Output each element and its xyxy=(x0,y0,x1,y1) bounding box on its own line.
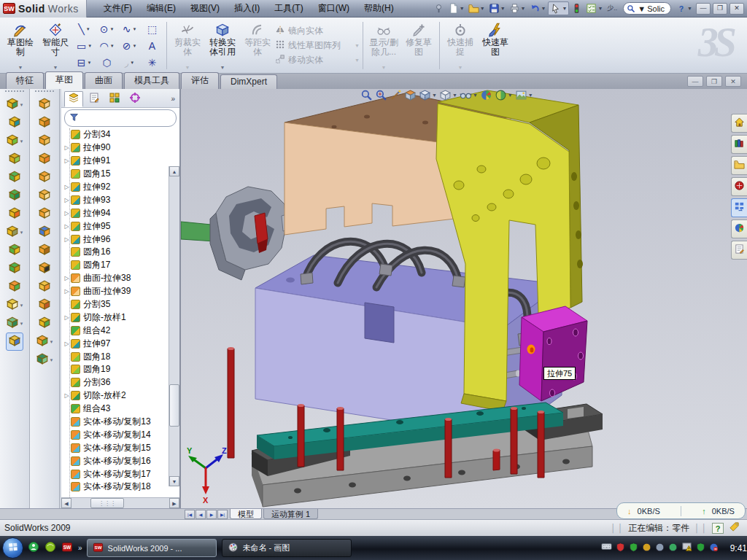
planar-surface-button[interactable] xyxy=(38,205,51,223)
trim-entities-button[interactable]: 剪裁实体▼ xyxy=(170,20,205,71)
tree-item-曲面-拉伸38[interactable]: ▷曲面-拉伸38 xyxy=(63,272,179,285)
sketch-arc-button[interactable]: ◠▼ xyxy=(96,37,118,54)
trim-surface-button[interactable]: ▼ xyxy=(36,332,54,351)
move-copy-body-button[interactable] xyxy=(8,278,21,296)
model-insert-hole-2[interactable] xyxy=(578,352,584,359)
sketch-ellipse-button[interactable]: ⊘▼ xyxy=(118,37,141,54)
expand-arrow[interactable]: ▷ xyxy=(63,223,71,230)
model-eject-hole-1[interactable] xyxy=(323,428,330,432)
model-gate-hole-3[interactable] xyxy=(503,190,514,198)
model-gate-side-hole-2[interactable] xyxy=(573,201,579,210)
wrap-button[interactable] xyxy=(8,205,21,223)
view-orientation-button[interactable]: ▼ xyxy=(419,89,437,101)
tree-item-圆角17[interactable]: 圆角17 xyxy=(63,259,179,272)
menu-item-2[interactable]: 视图(V) xyxy=(184,0,226,17)
scroll-down-button[interactable]: ▼ xyxy=(169,476,179,486)
view-palette-tab[interactable] xyxy=(731,198,747,217)
smart-dimension-button[interactable]: 智能尺寸▼ xyxy=(38,20,73,71)
expand-arrow[interactable]: ▷ xyxy=(63,341,71,347)
search-box[interactable]: ▼Solic xyxy=(623,2,671,15)
model-eject-hole-2[interactable] xyxy=(396,420,403,424)
select-button[interactable]: ▼ xyxy=(548,1,569,15)
undo-button[interactable]: ▼ xyxy=(528,2,548,15)
tree-item-拉伸90[interactable]: ▷拉伸90 xyxy=(63,141,179,155)
tray-network-warning[interactable] xyxy=(681,541,692,555)
knit-surface-button[interactable] xyxy=(38,296,51,314)
print-button[interactable]: ▼ xyxy=(508,2,527,15)
lofted-boss-button[interactable] xyxy=(8,150,21,168)
model-hose-fitting-3[interactable] xyxy=(452,276,465,287)
model-pin-3[interactable] xyxy=(337,408,344,470)
taskbar-button-SolidWorks 2009 - ...[interactable]: SWSolidWorks 2009 - ... xyxy=(87,539,217,557)
sheet-nav-3[interactable]: ▶| xyxy=(217,510,228,519)
tag-icon[interactable] xyxy=(729,521,740,534)
tab-曲面[interactable]: 曲面 xyxy=(85,72,123,89)
replace-face-button[interactable] xyxy=(38,278,51,296)
sketch-point-button[interactable]: ✳ xyxy=(141,54,163,71)
extruded-boss-button[interactable]: ▼ xyxy=(6,96,24,114)
model-hose-fitting-1[interactable] xyxy=(301,273,313,284)
quick-tips-icon[interactable]: ? xyxy=(712,523,724,534)
doc-close-button[interactable]: ✕ xyxy=(725,76,741,87)
offset-entities-button[interactable]: 等距实体 xyxy=(240,20,275,71)
tray-antivirus-green[interactable] xyxy=(629,542,638,555)
minimize-window-button[interactable]: — xyxy=(696,3,711,15)
expand-arrow[interactable]: ▷ xyxy=(63,197,71,203)
model-hose-fitting-2[interactable] xyxy=(379,264,392,276)
taskbar-button-未命名 - 画图[interactable]: 未命名 - 画图 xyxy=(222,539,352,557)
model-top-plate-hole-2[interactable] xyxy=(422,121,428,125)
model-gate-side-hole-1[interactable] xyxy=(571,172,577,181)
file-explorer-tab[interactable] xyxy=(731,156,747,175)
model-top-plate-hole-1[interactable] xyxy=(364,115,370,119)
model-gate-hole-2[interactable] xyxy=(520,174,532,184)
model-gate-hole-5[interactable] xyxy=(472,215,479,222)
tree-item-实体-移动/复制16[interactable]: 实体-移动/复制16 xyxy=(63,454,179,467)
tray-health-shield[interactable] xyxy=(696,542,705,555)
scroll-left-button[interactable]: ◀ xyxy=(61,498,71,508)
revolved-surface-button[interactable] xyxy=(38,114,51,132)
tree-item-圆角19[interactable]: 圆角19 xyxy=(63,363,179,376)
sketch-selection-box-button[interactable]: ⬚ xyxy=(141,20,163,37)
rebuild-button[interactable] xyxy=(570,2,584,15)
model-pin-6-cap[interactable] xyxy=(538,411,544,413)
sheet-nav-2[interactable]: ▶ xyxy=(206,510,217,519)
model-pin-6[interactable] xyxy=(538,412,544,478)
delete-face-button[interactable] xyxy=(38,260,51,278)
linear-sketch-pattern-button[interactable]: 线性草图阵列▼ xyxy=(275,39,360,52)
model-insert-hole-4[interactable] xyxy=(550,389,555,397)
tree-item-组合43[interactable]: 组合43 xyxy=(63,402,179,416)
tray-sync-green[interactable] xyxy=(668,542,678,555)
model-insert-right[interactable] xyxy=(541,321,587,401)
pin-button[interactable] xyxy=(432,2,446,15)
menu-item-1[interactable]: 编辑(E) xyxy=(140,0,182,17)
tree-item-曲面-拉伸39[interactable]: ▷曲面-拉伸39 xyxy=(63,285,179,298)
tray-safety-blue[interactable] xyxy=(709,542,719,555)
filled-surface-button[interactable] xyxy=(38,168,51,187)
solidworks-launcher-quicklaunch[interactable]: SW xyxy=(61,541,73,556)
model-gate-hole-6[interactable] xyxy=(454,181,464,190)
swept-surface-button[interactable] xyxy=(38,96,51,114)
previous-view-button[interactable] xyxy=(390,89,402,101)
tab-模具工具[interactable]: 模具工具 xyxy=(124,72,179,89)
expand-arrow[interactable]: ▷ xyxy=(63,314,71,321)
swept-cut-button[interactable] xyxy=(8,187,21,205)
tree-item-拉伸92[interactable]: ▷拉伸92 xyxy=(63,181,179,194)
expand-arrow[interactable]: ▷ xyxy=(63,236,71,243)
sketch-slot-button[interactable]: ⊟▼ xyxy=(73,54,96,71)
doc-tab-模型[interactable]: 模型 xyxy=(230,509,262,519)
design-library-tab[interactable] xyxy=(731,135,747,154)
tree-item-分割34[interactable]: 分割34 xyxy=(63,128,179,141)
hscroll-thumb[interactable]: ⋮⋮⋮ xyxy=(90,498,124,508)
tray-antivirus-red[interactable] xyxy=(616,542,625,555)
panel-tab-configurationmanager[interactable] xyxy=(105,91,124,107)
doc-tab-运动算例 1[interactable]: 运动算例 1 xyxy=(263,509,318,519)
save-button[interactable]: ▼ xyxy=(487,2,507,15)
sheet-nav-1[interactable]: ◀ xyxy=(196,510,206,519)
freeform-button[interactable] xyxy=(38,187,51,205)
new-file-button[interactable]: ▼ xyxy=(446,2,466,15)
hide-show-items-button[interactable]: ▼ xyxy=(460,89,478,101)
expand-arrow[interactable]: ▷ xyxy=(63,184,71,190)
sketch-spline-button[interactable]: ∿▼ xyxy=(118,20,141,37)
menu-item-4[interactable]: 工具(T) xyxy=(268,0,309,17)
messenger-quicklaunch[interactable] xyxy=(28,541,39,556)
